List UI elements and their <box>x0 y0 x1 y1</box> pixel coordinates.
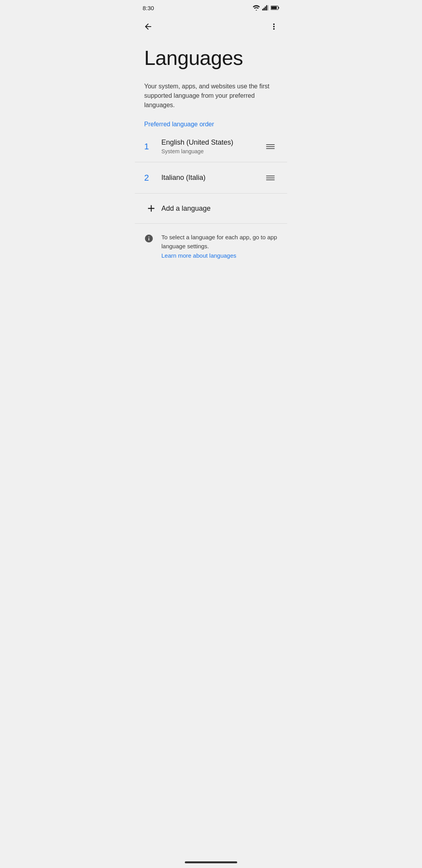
language-item-2[interactable]: 2 Italiano (Italia) <box>135 162 287 194</box>
info-section: To select a language for each app, go to… <box>135 224 287 265</box>
more-vert-icon <box>269 22 279 31</box>
signal-icon <box>262 5 268 11</box>
add-icon <box>146 203 157 214</box>
info-body-text: To select a language for each app, go to… <box>161 233 278 251</box>
language-name-1: English (United States) <box>161 138 263 147</box>
language-number-1: 1 <box>144 142 158 152</box>
wifi-icon <box>253 5 260 11</box>
page-title: Languages <box>144 47 278 69</box>
drag-line <box>266 144 275 145</box>
svg-rect-3 <box>266 5 267 10</box>
add-language-text: Add a language <box>158 204 211 213</box>
page-description: Your system, apps, and websites use the … <box>135 75 287 113</box>
drag-handle-2[interactable] <box>263 172 278 183</box>
language-item-1[interactable]: 1 English (United States) System languag… <box>135 131 287 162</box>
page-title-area: Languages <box>135 38 287 75</box>
section-header: Preferred language order <box>135 113 287 131</box>
status-time: 8:30 <box>143 5 154 11</box>
language-name-2: Italiano (Italia) <box>161 174 263 182</box>
svg-rect-4 <box>267 5 268 10</box>
drag-line <box>266 148 275 149</box>
svg-rect-6 <box>278 7 279 9</box>
drag-line <box>266 178 275 178</box>
svg-rect-0 <box>262 9 263 11</box>
svg-rect-2 <box>265 7 266 11</box>
drag-line <box>266 179 275 180</box>
add-icon-circle <box>144 201 158 215</box>
section-header-text: Preferred language order <box>144 121 214 127</box>
language-number-2: 2 <box>144 173 158 183</box>
svg-rect-7 <box>271 6 277 9</box>
add-language-button[interactable]: Add a language <box>135 194 287 224</box>
info-icon <box>144 234 154 243</box>
back-icon <box>143 22 153 31</box>
battery-icon <box>271 5 279 10</box>
back-button[interactable] <box>139 18 157 35</box>
drag-line <box>266 146 275 147</box>
more-options-button[interactable] <box>265 18 283 35</box>
learn-more-link[interactable]: Learn more about languages <box>161 252 236 259</box>
language-info-1: English (United States) System language <box>158 138 263 154</box>
svg-rect-1 <box>263 8 265 11</box>
language-info-2: Italiano (Italia) <box>158 174 263 182</box>
drag-line <box>266 176 275 176</box>
status-bar: 8:30 <box>135 0 287 16</box>
status-icons <box>253 5 279 11</box>
info-icon-wrap <box>144 233 155 244</box>
drag-handle-1[interactable] <box>263 141 278 152</box>
info-content: To select a language for each app, go to… <box>161 233 278 259</box>
top-app-bar <box>135 16 287 38</box>
language-subtitle-1: System language <box>161 148 263 154</box>
